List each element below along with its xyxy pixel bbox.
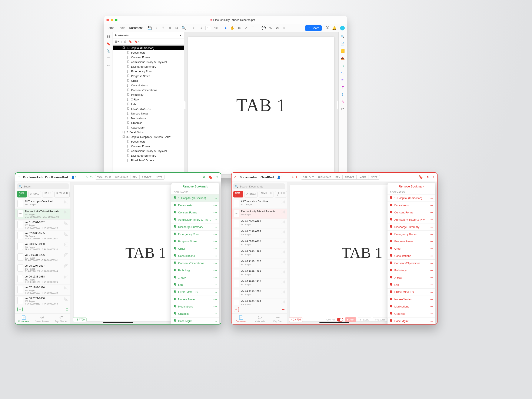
add-bookmark-icon[interactable]: 🔖 [129,40,132,43]
search-icon[interactable]: 🔍 [181,25,186,31]
sort-bates[interactable]: BATES ↑ [43,191,53,197]
tab-tags[interactable]: 🏷Tags / Issues [55,315,67,323]
bookmark-more-icon[interactable]: ••• [430,319,433,323]
bookmark-row[interactable]: Nurses' Notes [113,111,184,116]
bookmark-row[interactable]: EKG/EMG/EEG ••• [387,288,435,296]
layout-dropdown-icon[interactable]: ☰▾ [115,40,119,43]
document-row[interactable]: Vol 03 0556-0930 377 Pages ☐ [232,239,287,249]
seg-tag[interactable]: TAG / ISSUE [95,175,113,179]
document-row[interactable]: Vol 07 1989-2320 333 Pages ☐ [232,279,287,289]
bookmark-row[interactable]: EKG/EMG/EEG ••• [171,288,219,296]
bookmark-more-icon[interactable]: ••• [213,204,217,207]
search-input[interactable]: 🔍 Search [17,184,69,189]
bookmark-row[interactable]: Facesheets [113,50,184,55]
bookmark-row[interactable]: Admission/History & Physical [113,60,184,64]
doc-status-badge[interactable]: ☐ [64,221,68,225]
bookmark-more-icon[interactable]: ••• [430,254,433,258]
close-panel-icon[interactable]: ✕ [179,34,182,37]
bookmark-more-icon[interactable]: ••• [213,240,217,243]
bookmark-row[interactable]: Discharge Summary [113,153,184,158]
bookmark-more-icon[interactable]: ••• [213,319,217,323]
compare-icon[interactable]: ⧉ [203,175,205,179]
document-row[interactable]: TAB 1 Electronically Tabbed Records 790 … [15,209,70,220]
doc-status-badge[interactable]: ☐ [281,250,285,254]
help-icon[interactable]: ⓘ [325,25,330,31]
doc-status-badge[interactable]: ☐ [281,290,285,294]
bookmark-row[interactable]: Discharge Summary ••• [171,223,219,230]
upload-icon[interactable]: ⤒ [160,25,166,31]
redact-tool-icon[interactable]: ✎ [340,99,345,104]
bookmark-row[interactable]: Graphics ••• [387,310,435,317]
bookmark-row[interactable]: 1. Hospital (C-Section) ••• [387,194,435,202]
print-icon[interactable]: ⎙ [167,25,173,31]
caret-icon[interactable]: ˅ [119,47,121,49]
bookmark-nav-icon[interactable]: 🔖 [418,175,423,180]
bookmark-row[interactable]: Physicians' Orders [113,158,184,163]
minimize-window[interactable] [111,19,113,21]
bookmark-more-icon[interactable]: ••• [213,269,217,272]
home-icon[interactable]: ⌂ [18,175,20,179]
document-row[interactable]: Vol 02 0283-0555 274 Pages TRA-000000284… [15,230,70,241]
collapse-icon[interactable]: ⤡ [291,176,294,179]
bookmark-row[interactable]: Facesheets ••• [387,202,435,209]
bookmark-row[interactable]: Consultations [113,83,184,88]
draw-icon[interactable]: ✏︎ [340,77,345,82]
tab-keydocs[interactable]: 🗝Key Docs [273,315,283,323]
bookmark-more-icon[interactable]: ••• [213,298,217,301]
doc-status-badge[interactable]: ☐ [281,210,285,214]
prev-page-icon[interactable]: ⤓ [199,25,204,31]
bell-icon[interactable]: 🔔 [332,25,337,31]
bookmark-row[interactable]: Consents/Operations [113,88,184,92]
bookmark-row[interactable]: Discharge Summary ••• [387,223,435,230]
bookmark-row[interactable]: Nurses' Notes ••• [171,296,219,303]
page-navigator[interactable]: ‹ 1 / 790 [73,317,87,322]
bookmark-more-icon[interactable]: ••• [430,298,433,301]
bookmark-row[interactable]: Consents/Operations ••• [171,260,219,267]
add-user-icon[interactable]: 👤⁺ [71,176,76,179]
document-row[interactable]: Vol 01 0001-0282 283 Pages ☐ [232,219,287,229]
seg-redact[interactable]: REDACT [139,175,154,179]
document-row[interactable]: Vol 04 0931-1296 367 Pages ☐ [232,249,287,259]
document-row[interactable]: Vol 03 0556-0930 377 Pages TRA-000000558… [15,241,70,252]
bookmark-more-icon[interactable]: ••• [430,247,433,250]
bookmark-row[interactable]: Case Mgmt ••• [387,317,435,324]
document-row[interactable]: Vol 09 2651-2965 316 Pages ☐ [232,299,287,305]
rotate-icon[interactable]: ↻ [90,176,93,179]
new-bookmark-icon[interactable]: 🔖⁺ [134,40,139,43]
close-window[interactable] [106,19,109,21]
bookmark-row[interactable]: Consent Forms [113,144,184,149]
bookmark-more-icon[interactable]: ••• [430,204,433,207]
doc-status-badge[interactable]: ☐ [64,200,68,204]
popover-list[interactable]: 1. Hospital (C-Section) ••• Facesheets •… [387,194,435,324]
bookmark-more-icon[interactable]: ••• [213,276,217,279]
bookmark-row[interactable]: EKG/EMG/EEG [113,106,184,111]
sticky-note-icon[interactable]: 🟨 [340,49,345,54]
seg-note[interactable]: NOTE [154,175,165,179]
doc-status-badge[interactable]: ☐ [64,275,68,279]
bookmark-more-icon[interactable]: ••• [430,305,433,308]
seg-pen[interactable]: PEN [130,175,140,179]
comment-icon[interactable]: 💬 [261,25,266,31]
crop-icon[interactable]: ✂︎ [340,106,345,112]
home-icon[interactable]: ⌂ [234,175,236,179]
view-mode-icon[interactable]: ☰ [250,25,256,31]
doc-status-badge[interactable]: ☐ [64,210,68,214]
doc-status-badge[interactable]: ☐ [64,232,68,235]
collapse-icon[interactable]: ⤡ [86,176,88,179]
bookmark-more-icon[interactable]: ••• [430,218,433,221]
doc-status-badge[interactable]: ☐ [64,297,68,301]
bookmark-row[interactable]: Lab [113,102,184,106]
bookmark-row[interactable]: X-Ray ••• [171,274,219,281]
highlight-icon[interactable]: ✎ [268,25,273,31]
star-icon[interactable]: ☆ [154,25,159,31]
document-row[interactable]: Vol 04 0931-1296 367 Pages TRA-000000935… [15,252,70,263]
review-toggle-icon[interactable]: ☑︎ [66,308,68,311]
stamp-icon[interactable]: ⊞ [281,25,287,31]
popover-title[interactable]: Remove Bookmark [171,183,219,190]
document-viewport[interactable]: TAB 1 [184,32,338,178]
bookmark-more-icon[interactable]: ••• [213,233,217,236]
bookmark-more-icon[interactable]: ••• [430,261,433,265]
bookmark-row[interactable]: Emergency Room ••• [171,230,219,238]
tab-home[interactable]: Home [106,25,114,31]
doc-status-badge[interactable]: ☐ [281,230,285,234]
